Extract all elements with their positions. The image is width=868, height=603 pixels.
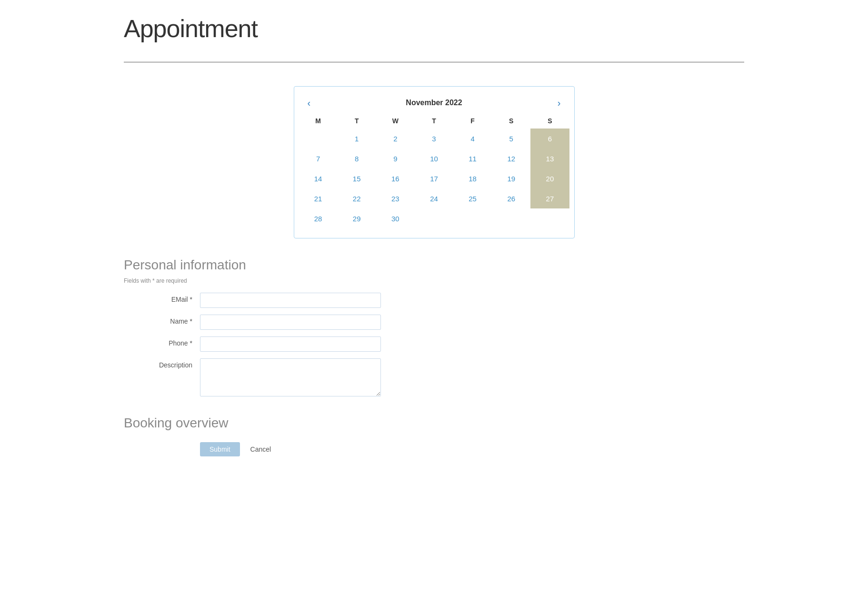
calendar-day[interactable]: 8: [338, 148, 376, 168]
calendar-day[interactable]: 6: [530, 129, 569, 148]
calendar-day[interactable]: 25: [453, 188, 492, 208]
calendar-day[interactable]: 4: [453, 129, 492, 148]
calendar-day[interactable]: 27: [530, 188, 569, 208]
calendar-prev-button[interactable]: ‹: [304, 96, 315, 109]
calendar-day[interactable]: 23: [376, 188, 415, 208]
calendar-day[interactable]: 15: [338, 168, 376, 188]
weekday-sun: S: [530, 113, 569, 129]
personal-info-section: Personal information Fields with * are r…: [124, 257, 744, 396]
weekday-wed: W: [376, 113, 415, 129]
calendar-day[interactable]: 19: [492, 168, 530, 188]
email-label: EMail *: [124, 293, 200, 303]
calendar-day: [530, 208, 569, 228]
description-row: Description: [124, 358, 744, 396]
calendar-weekdays-row: M T W T F S S: [299, 113, 569, 129]
button-row: Submit Cancel: [200, 442, 744, 456]
booking-overview-section: Booking overview Submit Cancel: [124, 415, 744, 456]
booking-overview-title: Booking overview: [124, 415, 744, 431]
calendar-day[interactable]: 1: [338, 129, 376, 148]
calendar-day: [492, 208, 530, 228]
calendar-next-button[interactable]: ›: [554, 96, 565, 109]
calendar-day[interactable]: 14: [299, 168, 338, 188]
calendar-day[interactable]: 17: [415, 168, 453, 188]
required-note: Fields with * are required: [124, 277, 744, 284]
calendar-day[interactable]: 16: [376, 168, 415, 188]
calendar-day: [415, 208, 453, 228]
calendar-day[interactable]: 29: [338, 208, 376, 228]
calendar-day[interactable]: 3: [415, 129, 453, 148]
calendar-day[interactable]: 9: [376, 148, 415, 168]
calendar-week-row: 78910111213: [299, 148, 569, 168]
calendar-header: ‹ November 2022 ›: [299, 91, 569, 113]
calendar-day[interactable]: 20: [530, 168, 569, 188]
phone-row: Phone *: [124, 336, 744, 352]
submit-button[interactable]: Submit: [200, 442, 240, 456]
weekday-thu: T: [415, 113, 453, 129]
name-label: Name *: [124, 315, 200, 325]
calendar-day[interactable]: 10: [415, 148, 453, 168]
calendar-week-row: 123456: [299, 129, 569, 148]
calendar-week-row: 21222324252627: [299, 188, 569, 208]
weekday-fri: F: [453, 113, 492, 129]
calendar-day[interactable]: 12: [492, 148, 530, 168]
email-row: EMail *: [124, 293, 744, 308]
phone-input[interactable]: [200, 336, 381, 352]
name-input[interactable]: [200, 315, 381, 330]
calendar-day[interactable]: 11: [453, 148, 492, 168]
weekday-sat: S: [492, 113, 530, 129]
personal-info-title: Personal information: [124, 257, 744, 273]
calendar-wrapper: ‹ November 2022 › M T W T F S S: [124, 86, 744, 238]
calendar-day[interactable]: 30: [376, 208, 415, 228]
cancel-button[interactable]: Cancel: [246, 442, 276, 456]
calendar-day[interactable]: 21: [299, 188, 338, 208]
description-input[interactable]: [200, 358, 381, 396]
calendar-day: [453, 208, 492, 228]
calendar: ‹ November 2022 › M T W T F S S: [294, 86, 575, 238]
calendar-day[interactable]: 7: [299, 148, 338, 168]
calendar-day[interactable]: 28: [299, 208, 338, 228]
calendar-week-row: 14151617181920: [299, 168, 569, 188]
calendar-grid: M T W T F S S 12345678910111213141516171…: [299, 113, 569, 228]
calendar-week-row: 282930: [299, 208, 569, 228]
email-input[interactable]: [200, 293, 381, 308]
calendar-day[interactable]: 5: [492, 129, 530, 148]
divider: [124, 62, 744, 62]
calendar-day[interactable]: 22: [338, 188, 376, 208]
calendar-day[interactable]: 24: [415, 188, 453, 208]
weekday-tue: T: [338, 113, 376, 129]
name-row: Name *: [124, 315, 744, 330]
calendar-day[interactable]: 13: [530, 148, 569, 168]
weekday-mon: M: [299, 113, 338, 129]
phone-label: Phone *: [124, 336, 200, 347]
calendar-day[interactable]: 26: [492, 188, 530, 208]
calendar-day: [299, 129, 338, 148]
page-title: Appointment: [124, 14, 744, 43]
calendar-month-year: November 2022: [406, 99, 462, 107]
description-label: Description: [124, 358, 200, 369]
calendar-day[interactable]: 2: [376, 129, 415, 148]
calendar-day[interactable]: 18: [453, 168, 492, 188]
